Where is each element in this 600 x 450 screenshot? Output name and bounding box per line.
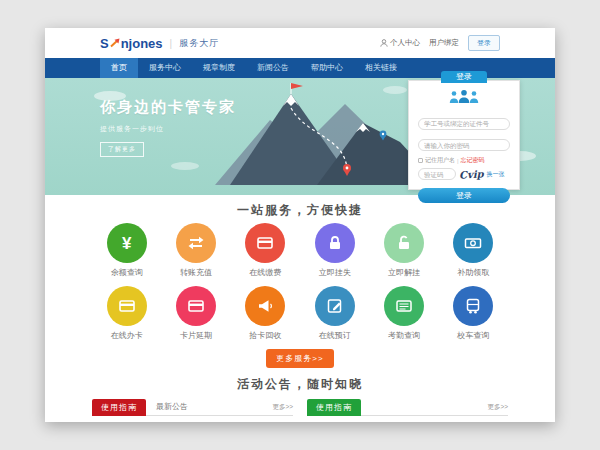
transfer-icon bbox=[186, 233, 206, 253]
yen-icon: ¥ bbox=[122, 235, 131, 252]
header-divider: | bbox=[170, 38, 173, 49]
login-tab[interactable]: 登录 bbox=[441, 71, 487, 83]
personal-center-label: 个人中心 bbox=[390, 38, 420, 48]
service-item-attendance[interactable]: 考勤查询 bbox=[369, 286, 438, 341]
service-label: 立即解挂 bbox=[369, 268, 438, 278]
service-circle[interactable] bbox=[453, 286, 493, 326]
service-label: 在线预订 bbox=[300, 331, 369, 341]
service-item-pay-online[interactable]: 在线缴费 bbox=[231, 223, 300, 278]
tab-usage-guide[interactable]: 使用指南 bbox=[92, 399, 146, 416]
person-icon bbox=[380, 39, 388, 47]
hero-banner: 你身边的卡管专家 提供服务一步到位 了解更多 登录 bbox=[45, 78, 555, 195]
panel-tab-strip: 使用指南 最新公告 更多>> bbox=[92, 398, 293, 416]
card-icon bbox=[186, 296, 206, 316]
service-item-card-extend[interactable]: 卡片延期 bbox=[161, 286, 230, 341]
service-circle[interactable] bbox=[107, 286, 147, 326]
hero-text-block: 你身边的卡管专家 提供服务一步到位 了解更多 bbox=[100, 98, 236, 157]
hero-cta-button[interactable]: 了解更多 bbox=[100, 142, 144, 157]
captcha-image[interactable]: Cvip bbox=[459, 168, 484, 180]
service-circle[interactable] bbox=[315, 223, 355, 263]
unlock-icon bbox=[394, 233, 414, 253]
panel-guide-right: 使用指南 更多>> bbox=[307, 398, 508, 416]
login-submit-button[interactable]: 登录 bbox=[418, 188, 510, 203]
nav-item-home[interactable]: 首页 bbox=[100, 58, 138, 78]
nav-item-service-center[interactable]: 服务中心 bbox=[138, 58, 192, 78]
service-label: 在线办卡 bbox=[92, 331, 161, 341]
personal-center-link[interactable]: 个人中心 bbox=[380, 38, 420, 48]
service-item-transfer[interactable]: 转账充值 bbox=[161, 223, 230, 278]
captcha-input[interactable] bbox=[418, 168, 456, 180]
service-circle[interactable] bbox=[245, 223, 285, 263]
tab-latest-news[interactable]: 最新公告 bbox=[146, 399, 198, 415]
service-item-subsidy[interactable]: 补助领取 bbox=[439, 223, 508, 278]
megaphone-icon bbox=[255, 296, 275, 316]
service-label: 补助领取 bbox=[439, 268, 508, 278]
service-circle[interactable] bbox=[384, 223, 424, 263]
user-binding-label: 用户绑定 bbox=[429, 38, 459, 48]
banknote-icon bbox=[463, 233, 483, 253]
remember-checkbox[interactable] bbox=[418, 158, 423, 163]
service-item-school-bus[interactable]: 校车查询 bbox=[439, 286, 508, 341]
service-circle[interactable] bbox=[176, 223, 216, 263]
service-label: 转账充值 bbox=[161, 268, 230, 278]
nav-item-help[interactable]: 帮助中心 bbox=[300, 58, 354, 78]
service-circle[interactable] bbox=[384, 286, 424, 326]
more-link-right[interactable]: 更多>> bbox=[487, 399, 508, 415]
service-label: 考勤查询 bbox=[369, 331, 438, 341]
services-grid: ¥ 余额查询 转账充值 bbox=[92, 223, 508, 341]
forgot-password-link[interactable]: 忘记密码 bbox=[461, 156, 485, 165]
row-separator: | bbox=[457, 158, 459, 164]
password-input[interactable] bbox=[418, 139, 510, 151]
remember-label: 记住用户名 bbox=[425, 156, 455, 165]
captcha-refresh-link[interactable]: 换一张 bbox=[487, 170, 505, 179]
list-icon bbox=[394, 296, 414, 316]
service-circle[interactable] bbox=[245, 286, 285, 326]
hero-title: 你身边的卡管专家 bbox=[100, 98, 236, 117]
header-right: 个人中心 用户绑定 登录 bbox=[380, 35, 500, 51]
bus-icon bbox=[463, 296, 483, 316]
services-title: 一站服务，方便快捷 bbox=[45, 203, 555, 217]
nav-item-news[interactable]: 新闻公告 bbox=[246, 58, 300, 78]
logo-text-part2: njones bbox=[121, 36, 163, 51]
username-input[interactable] bbox=[418, 118, 510, 130]
synjones-logo[interactable]: S njones bbox=[100, 36, 163, 51]
hero-subtitle: 提供服务一步到位 bbox=[100, 124, 236, 134]
top-header: S njones | 服务大厅 个人中心 用户绑定 登录 bbox=[45, 28, 555, 58]
card-icon bbox=[255, 233, 275, 253]
service-label: 余额查询 bbox=[92, 268, 161, 278]
announcements-section: 活动公告，随时知晓 使用指南 最新公告 更多>> 使用指南 更多>> bbox=[45, 377, 555, 416]
remember-row: 记住用户名 | 忘记密码 bbox=[418, 156, 510, 165]
service-item-apply-card[interactable]: 在线办卡 bbox=[92, 286, 161, 341]
service-item-online-booking[interactable]: 在线预订 bbox=[300, 286, 369, 341]
portal-page: S njones | 服务大厅 个人中心 用户绑定 登录 首页 bbox=[45, 28, 555, 422]
service-item-report-loss[interactable]: 立即挂失 bbox=[300, 223, 369, 278]
site-name: 服务大厅 bbox=[179, 37, 219, 50]
panel-guide-left: 使用指南 最新公告 更多>> bbox=[92, 398, 293, 416]
nav-item-rules[interactable]: 规章制度 bbox=[192, 58, 246, 78]
users-group-icon bbox=[418, 89, 510, 108]
service-circle[interactable] bbox=[453, 223, 493, 263]
logo-arrow-icon bbox=[110, 38, 120, 48]
service-label: 校车查询 bbox=[439, 331, 508, 341]
tab-usage-guide-green[interactable]: 使用指南 bbox=[307, 399, 361, 416]
lock-icon bbox=[325, 233, 345, 253]
header-login-button[interactable]: 登录 bbox=[468, 35, 500, 51]
more-services-button[interactable]: 更多服务>> bbox=[266, 349, 333, 368]
service-circle[interactable] bbox=[176, 286, 216, 326]
service-label: 在线缴费 bbox=[231, 268, 300, 278]
panel-tab-strip: 使用指南 更多>> bbox=[307, 398, 508, 416]
service-circle[interactable] bbox=[315, 286, 355, 326]
nav-item-links[interactable]: 相关链接 bbox=[354, 58, 408, 78]
service-item-found-card[interactable]: 拾卡回收 bbox=[231, 286, 300, 341]
announcement-panels: 使用指南 最新公告 更多>> 使用指南 更多>> bbox=[92, 398, 508, 416]
login-panel: 登录 记住用户名 | 忘记密码 bbox=[408, 80, 520, 190]
service-item-balance[interactable]: ¥ 余额查询 bbox=[92, 223, 161, 278]
service-label: 卡片延期 bbox=[161, 331, 230, 341]
user-binding-link[interactable]: 用户绑定 bbox=[429, 38, 459, 48]
card-icon bbox=[117, 296, 137, 316]
service-label: 立即挂失 bbox=[300, 268, 369, 278]
more-link-left[interactable]: 更多>> bbox=[272, 399, 293, 415]
service-item-unfreeze[interactable]: 立即解挂 bbox=[369, 223, 438, 278]
announcements-title: 活动公告，随时知晓 bbox=[45, 377, 555, 391]
service-circle[interactable]: ¥ bbox=[107, 223, 147, 263]
